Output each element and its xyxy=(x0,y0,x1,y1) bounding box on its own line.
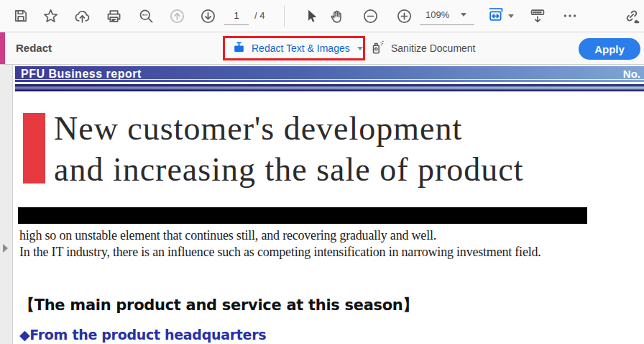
previous-page-button[interactable] xyxy=(165,4,189,28)
page-number-input[interactable] xyxy=(224,6,249,25)
main-toolbar: / 4 109% xyxy=(0,0,644,32)
dock-toolbar-icon xyxy=(529,7,546,24)
page-total-label: / 4 xyxy=(254,10,264,21)
dock-toolbar-button[interactable] xyxy=(525,4,550,28)
plus-circle-icon xyxy=(396,8,413,24)
section-heading: 【The main product and service at this se… xyxy=(19,295,418,315)
report-header-rule xyxy=(15,84,644,91)
chevron-down-icon xyxy=(357,47,363,50)
fit-width-icon xyxy=(487,6,505,26)
zoom-in-button[interactable] xyxy=(392,4,416,28)
document-area: PFU Business report No. New customer's d… xyxy=(0,65,644,344)
sanitize-document-button[interactable]: Sanitize Document xyxy=(369,36,476,60)
right-triangle-icon xyxy=(3,244,8,253)
header-hairline xyxy=(15,79,644,80)
save-button[interactable] xyxy=(9,4,33,28)
body-line2: In the IT industry, there is an influenc… xyxy=(19,244,541,261)
redact-toolbar: Redact Redact Text & Images Sanitize Doc… xyxy=(0,32,644,65)
redact-tool-title: Redact xyxy=(16,42,52,54)
redact-text-images-label: Redact Text & Images xyxy=(252,42,350,54)
apply-button[interactable]: Apply xyxy=(579,38,640,60)
hand-icon xyxy=(328,8,345,24)
product-headquarters-line: ◆From the product headquarters xyxy=(19,327,266,343)
link-cloud-icon xyxy=(623,7,640,24)
cloud-upload-icon xyxy=(74,8,91,24)
body-line1: high so on unstable element that continu… xyxy=(19,227,541,244)
find-button[interactable] xyxy=(134,4,158,28)
navigation-pane-strip xyxy=(0,65,13,344)
sanitize-document-label: Sanitize Document xyxy=(391,42,476,54)
star-icon xyxy=(42,8,59,24)
redact-button-highlight-box: Redact Text & Images xyxy=(223,36,365,60)
toolbar-separator xyxy=(284,6,285,27)
chevron-down-icon xyxy=(508,14,514,18)
report-header-number-label: No. xyxy=(623,68,640,80)
fit-width-dropdown[interactable] xyxy=(487,4,520,28)
report-header-band: PFU Business report No. xyxy=(15,66,644,82)
zoom-out-button[interactable] xyxy=(358,4,382,28)
acrobat-window: / 4 109% xyxy=(0,0,644,344)
select-tool-button[interactable] xyxy=(299,4,323,28)
redaction-mark[interactable] xyxy=(18,207,587,224)
star-button[interactable] xyxy=(38,4,63,28)
save-icon xyxy=(13,8,29,24)
printer-icon xyxy=(106,8,122,24)
pdf-page: PFU Business report No. New customer's d… xyxy=(13,65,644,344)
more-tools-button[interactable] xyxy=(558,4,582,28)
nav-pane-toggle-button[interactable] xyxy=(3,243,12,253)
arrow-up-circle-icon xyxy=(169,8,185,24)
redact-text-images-button[interactable]: Redact Text & Images xyxy=(225,38,363,58)
redact-tool-icon xyxy=(232,40,246,56)
title-red-block xyxy=(23,113,45,184)
cursor-arrow-icon xyxy=(303,8,319,24)
arrow-down-circle-icon xyxy=(200,8,216,24)
chevron-down-icon xyxy=(461,13,466,17)
document-body: high so on unstable element that continu… xyxy=(19,227,541,261)
ellipsis-icon xyxy=(562,8,578,24)
zoom-level-dropdown[interactable]: 109% xyxy=(420,5,474,25)
share-upload-button[interactable] xyxy=(70,4,94,28)
share-link-button[interactable] xyxy=(620,4,644,28)
next-page-button[interactable] xyxy=(196,4,220,28)
print-button[interactable] xyxy=(101,4,126,28)
sanitize-spray-icon xyxy=(369,40,385,58)
document-title-line1: New customer's development xyxy=(54,108,524,149)
search-icon xyxy=(138,8,155,24)
document-title: New customer's development and increasin… xyxy=(54,108,524,190)
minus-circle-icon xyxy=(362,8,379,24)
hand-tool-button[interactable] xyxy=(324,4,349,28)
document-title-line2: and increasing the sale of product xyxy=(54,149,524,190)
redact-accent-bar xyxy=(0,32,5,64)
zoom-level-value: 109% xyxy=(426,9,449,20)
